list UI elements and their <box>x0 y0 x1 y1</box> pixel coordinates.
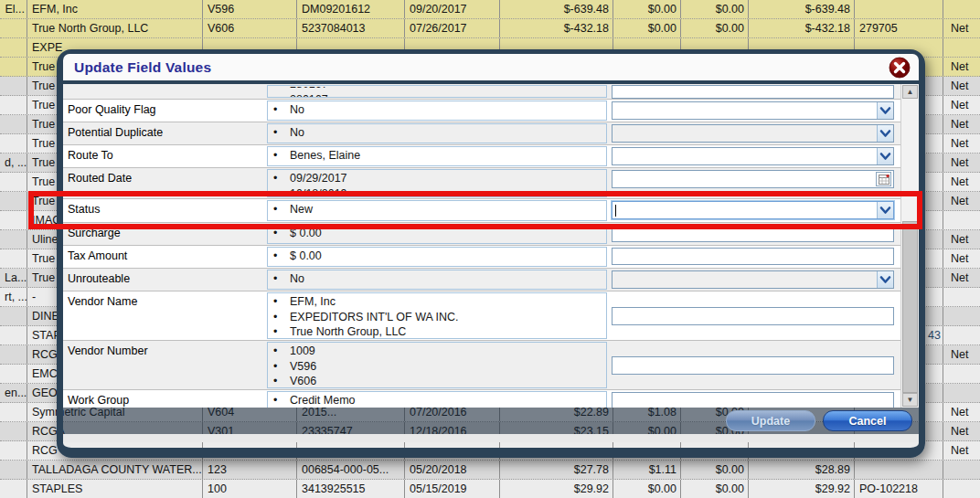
value-item: •New <box>273 202 602 217</box>
dialog-titlebar: Update Field Values <box>63 54 919 84</box>
scroll-up-icon[interactable]: ▲ <box>902 85 918 99</box>
field-dropdown[interactable] <box>612 201 894 219</box>
field-label: Surcharge <box>63 223 266 245</box>
table-cell: $29.92 <box>749 480 855 498</box>
table-cell <box>943 480 980 498</box>
table-cell: Net <box>943 192 980 210</box>
field-input-area <box>608 145 900 167</box>
update-field-values-dialog: Update Field Values •280167•280167Poor Q… <box>57 49 925 458</box>
field-input-area <box>608 223 900 245</box>
table-cell: $0.00 <box>681 461 749 479</box>
field-label: Vendor Number <box>63 341 266 389</box>
field-current-values: •No <box>267 123 607 143</box>
table-cell <box>943 365 980 383</box>
field-row-status: Status•New <box>63 198 900 222</box>
scroll-down-icon[interactable]: ▼ <box>902 393 918 407</box>
table-cell <box>0 441 27 460</box>
chevron-down-icon[interactable] <box>877 202 893 218</box>
table-cell <box>943 461 980 479</box>
value-item: •V596 <box>273 359 602 375</box>
field-current-values: •$ 0.00 <box>267 224 607 244</box>
calendar-icon[interactable] <box>876 172 891 186</box>
field-date-input[interactable] <box>612 170 894 188</box>
table-cell: 3413925515 <box>297 480 405 498</box>
table-cell: Net <box>943 269 980 287</box>
table-cell <box>0 326 27 344</box>
table-cell: V606 <box>203 19 297 37</box>
field-current-values: •No <box>267 101 607 121</box>
table-cell <box>0 38 27 57</box>
table-cell <box>0 249 27 268</box>
field-text-input[interactable] <box>612 85 894 99</box>
table-cell: TALLADAGA COUNTY WATER... <box>27 461 203 479</box>
table-cell <box>0 365 27 383</box>
chevron-down-icon[interactable] <box>877 271 893 288</box>
table-row[interactable]: True North Group, LLCV606523708401307/26… <box>0 19 980 38</box>
table-row[interactable]: STAPLES100341392551505/15/2019$29.92$0.0… <box>0 480 980 498</box>
table-cell: Net <box>943 345 980 364</box>
field-dropdown[interactable] <box>612 147 894 165</box>
field-label: Unrouteable <box>63 269 266 291</box>
table-cell: $0.00 <box>681 19 749 37</box>
table-cell <box>943 211 980 229</box>
close-icon[interactable] <box>889 57 911 79</box>
value-item: •09/29/2017 <box>273 171 602 186</box>
table-cell: d, ... <box>0 154 27 172</box>
field-row-work-group: Work Group•Credit Memo•Processor 2 <box>63 389 900 408</box>
field-text-input[interactable] <box>612 307 894 325</box>
value-item: •Benes, Elaine <box>273 148 602 164</box>
field-current-values: •Credit Memo•Processor 2 <box>267 391 607 408</box>
field-current-values: •$ 0.00 <box>267 247 607 267</box>
field-row-tax-amount: Tax Amount•$ 0.00 <box>63 245 900 268</box>
chevron-down-icon[interactable] <box>877 102 893 119</box>
dialog-footer: Update Cancel <box>63 408 919 434</box>
table-cell: Net <box>943 115 980 133</box>
cancel-button[interactable]: Cancel <box>823 410 912 431</box>
field-text-input[interactable] <box>612 356 894 375</box>
field-current-values: •Benes, Elaine <box>267 146 607 166</box>
table-row[interactable]: El...EFM, IncV596DM0920161209/20/2017$-6… <box>0 0 980 19</box>
table-cell: Net <box>943 58 980 76</box>
field-label <box>63 84 266 99</box>
value-item: •10/18/2019 <box>273 186 602 198</box>
table-cell <box>0 115 27 133</box>
table-cell <box>0 77 27 95</box>
dialog-content: •280167•280167Poor Quality Flag•No Poten… <box>63 84 919 408</box>
table-cell <box>0 19 27 37</box>
table-cell: La... <box>0 269 27 287</box>
field-dropdown[interactable] <box>612 124 894 143</box>
table-cell <box>0 192 27 210</box>
table-cell <box>855 461 943 479</box>
table-cell: $1.11 <box>613 461 681 479</box>
table-cell: $28.89 <box>749 461 855 479</box>
field-dropdown[interactable] <box>612 270 894 289</box>
table-cell: V596 <box>203 0 297 18</box>
table-cell: $0.00 <box>613 0 681 18</box>
chevron-down-icon[interactable] <box>877 148 893 164</box>
field-dropdown[interactable] <box>612 101 894 120</box>
value-item: •V606 <box>273 374 602 388</box>
value-item: •No <box>273 271 602 287</box>
dialog-scrollbar[interactable]: ▲ ▼ <box>900 84 919 408</box>
table-cell <box>0 230 27 249</box>
table-cell: Net <box>943 422 980 440</box>
table-row[interactable]: TALLADAGA COUNTY WATER...123006854-000-0… <box>0 461 980 480</box>
table-cell <box>943 326 980 344</box>
field-text-input[interactable] <box>612 225 894 242</box>
table-cell: 123 <box>203 461 297 479</box>
scrollbar-thumb[interactable] <box>902 221 918 393</box>
field-row-unrouteable: Unrouteable•No <box>63 268 900 291</box>
table-cell <box>0 134 27 153</box>
table-cell: $0.00 <box>681 480 749 498</box>
table-cell <box>943 38 980 57</box>
table-cell <box>0 461 27 479</box>
update-button[interactable]: Update <box>726 410 815 431</box>
table-cell: Net <box>943 19 980 37</box>
field-text-input[interactable] <box>612 392 894 408</box>
table-cell: Net <box>943 230 980 249</box>
field-current-values: •09/29/2017•10/18/2019 <box>267 169 607 197</box>
field-row-potential-duplicate: Potential Duplicate•No <box>63 122 900 144</box>
field-current-values: •280167•280167 <box>267 85 607 98</box>
field-text-input[interactable] <box>612 248 894 265</box>
chevron-down-icon[interactable] <box>877 125 893 142</box>
